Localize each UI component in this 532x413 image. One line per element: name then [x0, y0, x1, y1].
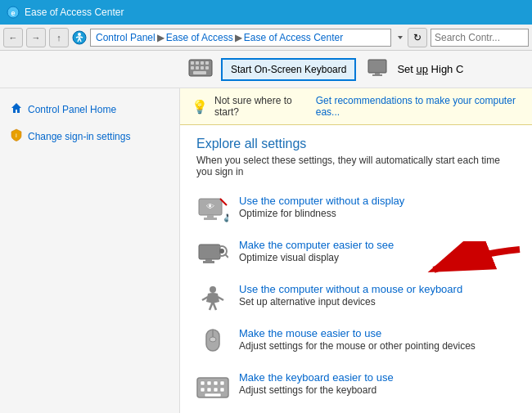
- svg-rect-10: [201, 61, 204, 65]
- svg-rect-16: [193, 71, 206, 74]
- hint-banner: 💡 Not sure where to start? Get recommend…: [180, 88, 532, 125]
- title-bar: e Ease of Access Center: [0, 0, 532, 25]
- mouse-easier-title[interactable]: Make the mouse easier to use: [239, 327, 476, 339]
- easier-see-title[interactable]: Make the computer easier to see: [239, 239, 394, 251]
- svg-rect-15: [205, 66, 209, 70]
- mouse-easier-desc: Adjust settings for the mouse or other p…: [239, 340, 476, 352]
- shield-icon: i: [10, 128, 23, 144]
- svg-line-32: [226, 255, 229, 258]
- hint-link[interactable]: Get recommendations to make your compute…: [316, 95, 521, 118]
- svg-rect-13: [196, 66, 199, 70]
- no-display-title[interactable]: Use the computer without a display: [239, 195, 404, 207]
- svg-rect-49: [220, 388, 224, 392]
- address-path[interactable]: Control Panel ▶ Ease of Access ▶ Ease of…: [90, 29, 391, 47]
- no-mouse-text: Use the computer without a mouse or keyb…: [239, 283, 462, 308]
- easier-see-icon: [196, 239, 229, 272]
- keyboard-easier-text: Make the keyboard easier to use Adjust s…: [239, 371, 394, 396]
- svg-rect-42: [201, 381, 205, 385]
- list-item[interactable]: Make the mouse easier to use Adjust sett…: [196, 321, 516, 366]
- list-item[interactable]: Use text or visual alternatives for soun…: [196, 410, 516, 413]
- hint-static-text: Not sure where to start?: [214, 95, 309, 118]
- list-item[interactable]: Use the computer without a mouse or keyb…: [196, 277, 516, 321]
- svg-rect-11: [205, 61, 209, 65]
- svg-point-33: [210, 286, 216, 293]
- no-mouse-icon: [196, 283, 229, 316]
- path-sep-2: ▶: [235, 32, 242, 43]
- svg-rect-45: [220, 381, 224, 385]
- sidebar-home-label: Control Panel Home: [28, 104, 116, 115]
- explore-title: Explore all settings: [196, 137, 516, 151]
- mouse-easier-text: Make the mouse easier to use Adjust sett…: [239, 327, 476, 352]
- svg-rect-43: [207, 381, 211, 385]
- path-sep-1: ▶: [157, 32, 165, 43]
- svg-text:e: e: [11, 9, 15, 17]
- address-bar: ← → ↑ Control Panel ▶ Ease of Access ▶ E…: [0, 25, 532, 51]
- content-area: 💡 Not sure where to start? Get recommend…: [180, 88, 532, 413]
- svg-rect-50: [205, 393, 221, 397]
- explore-subtitle: When you select these settings, they wil…: [196, 155, 516, 177]
- svg-rect-9: [196, 61, 199, 65]
- no-display-icon: 👁 🔊: [196, 195, 229, 227]
- forward-button[interactable]: →: [26, 28, 46, 47]
- list-item[interactable]: Make the keyboard easier to use Adjust s…: [196, 366, 516, 410]
- path-center[interactable]: Ease of Access Center: [244, 32, 343, 43]
- svg-rect-12: [191, 66, 194, 70]
- svg-rect-48: [214, 388, 218, 392]
- main-layout: Control Panel Home i Change sign-in sett…: [0, 88, 532, 413]
- sidebar-item-signin[interactable]: i Change sign-in settings: [0, 125, 179, 147]
- svg-rect-8: [191, 61, 194, 65]
- no-display-desc: Optimize for blindness: [239, 208, 404, 219]
- start-keyboard-button[interactable]: Start On-Screen Keyboard: [221, 58, 356, 81]
- dropdown-arrow[interactable]: [396, 34, 404, 42]
- up-button[interactable]: ↑: [49, 28, 69, 47]
- window-icon: e: [7, 6, 20, 19]
- svg-rect-29: [203, 261, 214, 263]
- easier-see-desc: Optimize visual display: [239, 252, 394, 263]
- sidebar-item-home[interactable]: Control Panel Home: [0, 98, 179, 120]
- keyboard-easier-icon: [196, 371, 229, 404]
- svg-rect-19: [372, 74, 382, 76]
- svg-text:i: i: [16, 132, 17, 139]
- home-icon: [10, 101, 23, 117]
- sidebar: Control Panel Home i Change sign-in sett…: [0, 88, 180, 413]
- easier-see-text: Make the computer easier to see Optimize…: [239, 239, 394, 263]
- setup-high-label: Set up High C: [392, 59, 468, 79]
- search-input[interactable]: [431, 29, 529, 47]
- explore-section: Explore all settings When you select the…: [180, 125, 532, 413]
- keyboard-easier-desc: Adjust settings for the keyboard: [239, 384, 394, 396]
- toolbar: Start On-Screen Keyboard Set up High C: [0, 51, 532, 88]
- path-ease-of-access[interactable]: Ease of Access: [166, 32, 233, 43]
- svg-rect-14: [201, 66, 204, 70]
- monitor-toolbar-icon: [367, 59, 387, 79]
- address-icon: [72, 30, 87, 45]
- svg-rect-47: [207, 388, 211, 392]
- svg-rect-17: [368, 60, 386, 73]
- keyboard-toolbar-icon: [188, 59, 213, 79]
- svg-point-40: [210, 337, 216, 342]
- list-item[interactable]: Make the computer easier to see Optimize…: [196, 233, 516, 277]
- title-text: Ease of Access Center: [25, 7, 124, 18]
- svg-rect-44: [214, 381, 218, 385]
- svg-rect-46: [201, 388, 205, 392]
- svg-point-3: [78, 33, 81, 36]
- svg-point-31: [219, 249, 224, 254]
- svg-text:👁: 👁: [206, 202, 214, 211]
- back-button[interactable]: ←: [3, 28, 23, 47]
- refresh-button[interactable]: ↻: [408, 28, 427, 47]
- no-mouse-desc: Set up alternative input devices: [239, 296, 462, 308]
- bulb-icon: 💡: [192, 99, 208, 114]
- settings-list: 👁 🔊 Use the computer without a display O…: [196, 189, 516, 413]
- svg-text:🔊: 🔊: [223, 210, 228, 222]
- mouse-easier-icon: [196, 327, 229, 360]
- list-item[interactable]: 👁 🔊 Use the computer without a display O…: [196, 189, 516, 233]
- no-display-text: Use the computer without a display Optim…: [239, 195, 404, 219]
- keyboard-easier-title[interactable]: Make the keyboard easier to use: [239, 371, 394, 384]
- svg-marker-6: [398, 36, 403, 39]
- sidebar-signin-label: Change sign-in settings: [28, 131, 130, 142]
- path-control-panel[interactable]: Control Panel: [96, 32, 156, 43]
- svg-rect-23: [204, 218, 217, 220]
- no-mouse-title[interactable]: Use the computer without a mouse or keyb…: [239, 283, 462, 295]
